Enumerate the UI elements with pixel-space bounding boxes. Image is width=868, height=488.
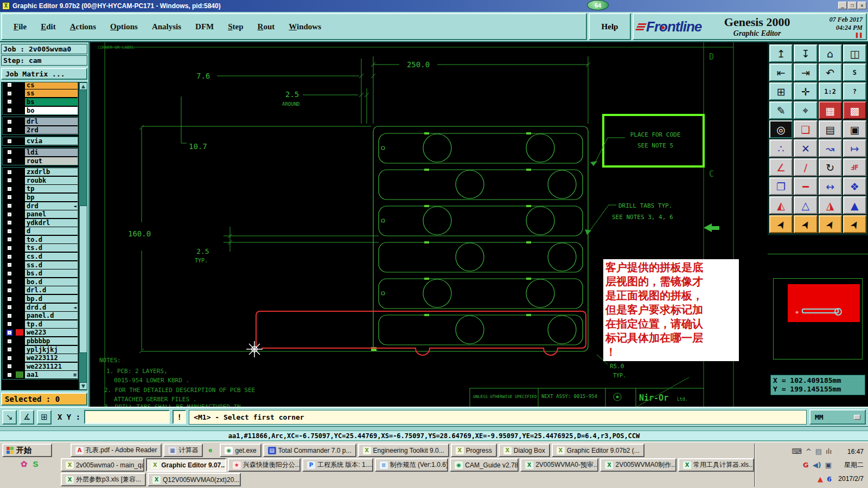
triangle-b-icon[interactable]: △ — [794, 196, 817, 214]
duplicate-pad-icon[interactable]: ❐ — [769, 177, 793, 195]
taskbar-button[interactable]: A孔表.pdf - Adobe Reader — [71, 444, 162, 457]
shapes-icon[interactable]: ❖ — [843, 177, 866, 195]
layer-checkbox[interactable] — [8, 83, 11, 87]
setup-pencil-icon[interactable]: ✎ — [769, 101, 793, 119]
app-g-icon[interactable]: G — [803, 461, 809, 469]
layer-checkbox[interactable] — [8, 348, 11, 351]
triangle-c-icon[interactable]: ◮ — [819, 196, 842, 214]
layer-row[interactable]: d — [3, 227, 78, 236]
layer-row[interactable]: ss.d — [3, 261, 78, 269]
layer-checkbox[interactable] — [8, 314, 11, 318]
layer-name[interactable]: drd — [27, 202, 39, 210]
layer-checkbox[interactable] — [8, 92, 11, 95]
layer-checkbox[interactable] — [8, 246, 11, 250]
layer-checkbox[interactable] — [8, 159, 11, 163]
snap-angle-icon[interactable]: ∡ — [20, 410, 34, 425]
layer-checkbox[interactable] — [8, 187, 11, 191]
layer-checkbox[interactable] — [8, 305, 11, 309]
taskbar-button[interactable]: X2V005WVMA0-预审... — [520, 458, 598, 472]
layer-checkbox[interactable] — [8, 139, 11, 143]
layer-row[interactable]: drd◄ — [3, 202, 78, 210]
layer-row[interactable]: we223 — [3, 329, 78, 337]
select-net-icon[interactable]: ➤ — [843, 215, 866, 233]
triangle-a-icon[interactable]: ◭ — [769, 196, 793, 214]
DFM[interactable]: DFM — [188, 22, 221, 31]
layer-row[interactable]: drd.d◄ — [3, 303, 78, 312]
quick-launch-icon[interactable]: ✿ — [21, 459, 28, 469]
layer-name[interactable]: bo — [27, 107, 34, 114]
clipboard-icon[interactable]: ▤ — [815, 447, 822, 455]
select-single-icon[interactable]: ➤ — [769, 215, 793, 233]
taskbar-button[interactable]: ▤Total Commander 7.0 p... — [263, 444, 356, 457]
taskbar-button[interactable]: ≡制作规范 (Ver:1.0.6) — [375, 458, 449, 472]
taskbar-button[interactable]: XQ12V005WVMA0(zxt)20... — [148, 473, 241, 486]
layer-name[interactable]: cs.d — [27, 253, 42, 260]
taskbar-button[interactable]: ▦计算器 — [163, 444, 203, 457]
layer-display-alt-icon[interactable]: ▩ — [843, 101, 866, 119]
layer-checkbox[interactable] — [8, 204, 11, 208]
layer-row[interactable]: 2rd — [3, 126, 78, 134]
layer-checkbox[interactable] — [8, 128, 11, 132]
taskbar-button[interactable]: ◉CAM_Guide v2.78 — [450, 458, 519, 472]
layer-checkbox[interactable] — [8, 322, 11, 326]
layer-row[interactable]: ypljkjkj — [3, 345, 78, 354]
taskbar-button[interactable]: P工程系统 版本: 1.... — [302, 458, 373, 472]
layer-checkbox[interactable] — [8, 120, 11, 124]
layer-row[interactable]: bo.d — [3, 278, 78, 286]
layer-row[interactable]: panel — [3, 210, 78, 219]
Step[interactable]: Step — [221, 22, 250, 31]
layer-row[interactable]: ss — [3, 89, 78, 98]
copy-vertex-icon[interactable]: ↦ — [843, 139, 866, 157]
pan-center-icon[interactable]: ✛ — [794, 82, 817, 100]
layer-checkbox[interactable] — [8, 373, 11, 377]
job-matrix-button[interactable]: Job Matrix ... — [1, 68, 87, 80]
layer-checkbox[interactable] — [8, 364, 11, 368]
layer-checkbox[interactable] — [8, 272, 11, 275]
xy-input[interactable] — [84, 410, 170, 424]
taskbar-button[interactable]: X常用工具计算器.xls... — [678, 458, 754, 472]
layer-row[interactable]: cs — [3, 82, 78, 89]
layer-name[interactable]: bp.d — [27, 295, 42, 303]
layer-checkbox[interactable] — [8, 100, 11, 104]
layer-name[interactable]: bp — [27, 194, 34, 201]
layer-checkbox[interactable] — [8, 255, 11, 259]
move-vertex-icon[interactable]: ↝ — [819, 139, 842, 157]
layer-name[interactable]: to.d — [27, 236, 42, 243]
layer-checkbox[interactable] — [8, 356, 11, 360]
layer-name[interactable]: zxdrlb — [27, 168, 50, 176]
layer-row[interactable]: drl — [3, 117, 78, 126]
Actions[interactable]: Actions — [63, 22, 103, 31]
layer-checkbox[interactable] — [8, 170, 11, 174]
slope-icon[interactable]: ∕ — [794, 158, 817, 176]
layer-row[interactable]: cvia — [3, 137, 78, 146]
layer-row[interactable]: tp.d — [3, 320, 78, 329]
layer-row[interactable]: bp — [3, 193, 78, 202]
layer-row[interactable]: drl.d — [3, 286, 78, 295]
layer-name[interactable]: bs.d — [27, 269, 42, 277]
layer-name[interactable]: drl.d — [27, 286, 46, 294]
scroll-down-icon[interactable]: ▼ — [79, 382, 87, 390]
scroll-thumb[interactable] — [79, 206, 87, 353]
layer-checkbox[interactable] — [8, 339, 11, 343]
layer-checkbox[interactable] — [8, 178, 11, 182]
File[interactable]: File — [7, 22, 34, 31]
dimension-icon[interactable]: ↔ — [819, 177, 842, 195]
taskbar-button[interactable]: X外层参数p3.xls [兼容... — [61, 473, 146, 486]
messenger-icon[interactable]: S — [33, 459, 39, 469]
pan-right-icon[interactable]: ⇥ — [794, 63, 817, 81]
serpentine-view-icon[interactable]: S — [843, 63, 866, 81]
layer-name[interactable]: ts.d — [27, 244, 42, 252]
layer-name[interactable]: panel — [27, 210, 46, 218]
Edit[interactable]: Edit — [34, 22, 63, 31]
layer-name[interactable]: aa1 — [27, 371, 39, 378]
layer-name[interactable]: bo.d — [27, 278, 42, 286]
start-button[interactable]: 开始 — [2, 444, 52, 457]
layer-name[interactable]: 2rd — [27, 126, 39, 134]
pan-left-icon[interactable]: ⇤ — [769, 63, 793, 81]
ruler-icon[interactable]: ▤ — [819, 120, 842, 138]
layer-row[interactable]: cs.d — [3, 252, 78, 261]
layer-name[interactable]: tp.d — [27, 320, 42, 328]
resize-mode-icon[interactable]: ↘ — [2, 410, 17, 425]
Windows[interactable]: Windows — [282, 22, 328, 31]
layer-row[interactable]: zxdrlb — [3, 168, 78, 176]
